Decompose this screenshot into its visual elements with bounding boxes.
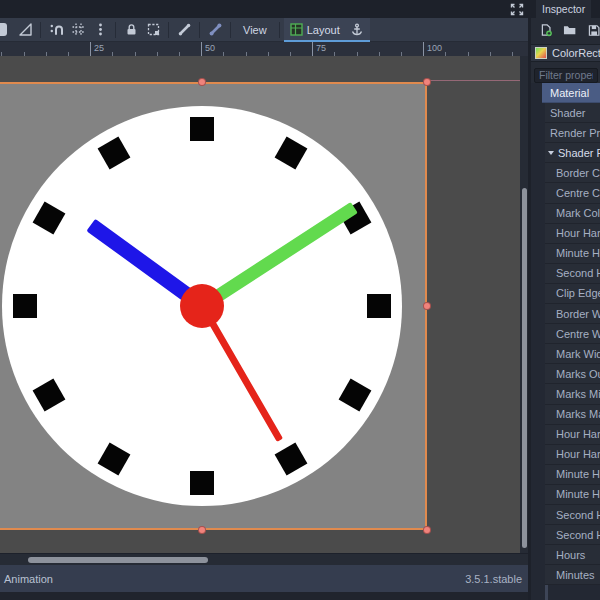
2d-viewport-canvas[interactable]: [0, 56, 528, 553]
skeleton-options-icon: [208, 22, 223, 37]
property-row-minutes[interactable]: Minutes: [545, 565, 600, 585]
ruler-tick: [423, 42, 424, 56]
property-row-mark-color[interactable]: Mark Color: [545, 204, 600, 224]
separator: [115, 22, 116, 38]
smart-snap-icon: [49, 22, 64, 37]
viewport-top-strip: [0, 0, 528, 18]
property-list: MaterialShaderRender PriorityShader Para…: [531, 83, 600, 600]
horizontal-scrollbar-grabber[interactable]: [28, 557, 208, 563]
grid-snap-button[interactable]: [67, 18, 89, 42]
bone-tool-button[interactable]: [173, 18, 195, 42]
skeleton-options-button[interactable]: [204, 18, 226, 42]
property-row-centre-width[interactable]: Centre Width: [545, 324, 600, 344]
property-row-clip-edges[interactable]: Clip Edges: [545, 284, 600, 304]
ruler-tick: [312, 42, 313, 56]
property-row-border-width[interactable]: Border Width: [545, 304, 600, 324]
property-label: Hours: [556, 549, 585, 561]
separator: [230, 22, 231, 38]
vertical-scrollbar-grabber[interactable]: [522, 188, 527, 548]
layout-menu-button[interactable]: Layout: [307, 24, 340, 36]
selection-handle[interactable]: [198, 78, 206, 86]
property-label: Second Hand Color: [556, 267, 600, 279]
clock-hour-mark: [190, 471, 214, 495]
ruler-label: 75: [316, 43, 326, 53]
ruler-tool-button[interactable]: [14, 18, 36, 42]
view-menu-button[interactable]: View: [235, 18, 275, 42]
property-row-border-color[interactable]: Border Color: [545, 163, 600, 183]
property-label: Second Hand Width: [556, 529, 600, 541]
filter-properties-input[interactable]: [534, 68, 598, 83]
new-resource-icon[interactable]: [540, 23, 552, 37]
property-row-marks-minor[interactable]: Marks Minor: [545, 384, 600, 404]
inspector-toolbar: [531, 18, 600, 42]
bottom-panel-bar: Animation 3.5.1.stable: [0, 565, 528, 592]
property-row-shader-param[interactable]: Shader Param: [545, 143, 600, 163]
pan-tool-icon[interactable]: [0, 23, 7, 36]
property-row-minute-hand-color[interactable]: Minute Hand Color: [545, 244, 600, 264]
selection-handle[interactable]: [423, 78, 431, 86]
property-label: Centre Color: [556, 187, 600, 199]
property-row-hour-hand-width[interactable]: Hour Hand Width: [545, 445, 600, 465]
ruler-tick: [201, 42, 202, 56]
anchor-icon[interactable]: [350, 23, 364, 37]
property-label: Material: [550, 87, 589, 99]
load-resource-folder-icon[interactable]: [563, 24, 576, 36]
expand-viewport-button[interactable]: [510, 3, 524, 16]
canvas-toolbar: View Layout: [0, 18, 528, 42]
lock-selection-button[interactable]: [120, 18, 142, 42]
separator: [199, 22, 200, 38]
layout-grid-icon[interactable]: [290, 23, 303, 36]
property-label: Mark Width: [556, 348, 600, 360]
property-label: Minute Hand Width: [556, 488, 600, 500]
property-row-minute-hand-length[interactable]: Minute Hand Length: [545, 465, 600, 485]
property-row-mark-width[interactable]: Mark Width: [545, 344, 600, 364]
ruler-tick: [90, 42, 91, 56]
property-row-minute-hand-width[interactable]: Minute Hand Width: [545, 485, 600, 505]
selection-handle[interactable]: [423, 526, 431, 534]
bottom-strip: [0, 592, 528, 600]
animation-panel-button[interactable]: Animation: [4, 573, 53, 585]
property-row-second-hand-width[interactable]: Second Hand Width: [545, 525, 600, 545]
property-row-hour-hand-length[interactable]: Hour Hand Length: [545, 425, 600, 445]
edited-object-name: ColorRect: [552, 47, 600, 59]
property-row-render-priority[interactable]: Render Priority: [545, 123, 600, 143]
group-selection-button[interactable]: [142, 18, 164, 42]
selection-handle[interactable]: [423, 302, 431, 310]
property-row-second-hand-color[interactable]: Second Hand Color: [545, 264, 600, 284]
property-label: Minute Hand Length: [556, 468, 600, 480]
property-row-centre-color[interactable]: Centre Color: [545, 183, 600, 203]
property-label: Hour Hand Color: [556, 227, 600, 239]
property-row-second-hand-length[interactable]: Second Hand Length: [545, 505, 600, 525]
separator: [279, 22, 280, 38]
layout-anchor-group: Layout: [284, 18, 370, 42]
property-row-hours[interactable]: Hours: [545, 545, 600, 565]
viewport-horizontal-scrollbar[interactable]: [0, 553, 528, 565]
selection-guide-line: [429, 80, 520, 81]
snap-options-menu-button[interactable]: [89, 18, 111, 42]
clock-hour-mark: [190, 117, 214, 141]
selection-handle[interactable]: [198, 526, 206, 534]
property-label: Hour Hand Length: [556, 428, 600, 440]
property-label: Second Hand Length: [556, 509, 600, 521]
property-label: Shader Param: [558, 147, 600, 159]
property-row-hour-hand-color[interactable]: Hour Hand Color: [545, 224, 600, 244]
property-label: Minute Hand Color: [556, 247, 600, 259]
lock-icon: [124, 22, 139, 37]
edited-object-row[interactable]: ColorRect: [531, 44, 600, 62]
property-label: Hour Hand Width: [556, 448, 600, 460]
ruler-label: 25: [94, 43, 104, 53]
property-row-shader[interactable]: Shader: [545, 103, 600, 123]
property-row-marks-major[interactable]: Marks Major: [545, 405, 600, 425]
version-label: 3.5.1.stable: [465, 573, 522, 585]
property-row-material[interactable]: Material: [542, 83, 600, 103]
smart-snap-button[interactable]: [45, 18, 67, 42]
property-row-marks-outer[interactable]: Marks Outer: [545, 364, 600, 384]
save-resource-icon[interactable]: [588, 24, 600, 37]
horizontal-ruler: 255075100: [0, 42, 528, 56]
grid-snap-icon: [71, 22, 86, 37]
property-label: Centre Width: [556, 328, 600, 340]
property-label: Border Color: [556, 167, 600, 179]
clock-hour-mark: [13, 294, 37, 318]
viewport-vertical-scrollbar[interactable]: [520, 56, 528, 553]
inspector-tab[interactable]: Inspector: [536, 0, 591, 18]
